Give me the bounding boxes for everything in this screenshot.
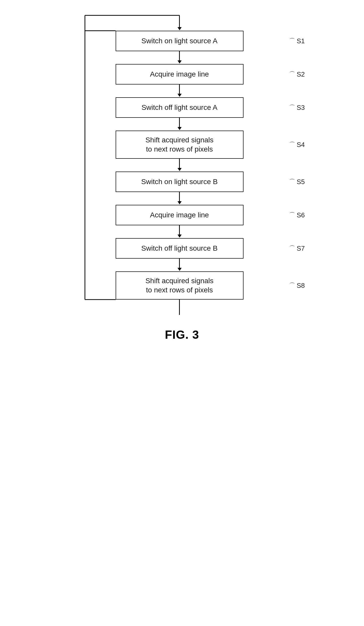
step-ref-s5: ⌒ S5 [289, 178, 305, 186]
step-row-s8: Shift acquired signalsto next rows of pi… [116, 271, 282, 300]
step-box-s1: Switch on light source A [116, 31, 244, 51]
step-ref-s1: ⌒ S1 [289, 37, 305, 45]
step-box-s8: Shift acquired signalsto next rows of pi… [116, 271, 244, 300]
arrow-s3-s4 [116, 118, 244, 131]
squiggle-s1: ⌒ [289, 37, 295, 45]
step-box-s3: Switch off light source A [116, 97, 244, 118]
step-row-s2: Acquire image line ⌒ S2 [116, 64, 282, 84]
squiggle-s2: ⌒ [289, 70, 295, 78]
squiggle-s5: ⌒ [289, 178, 295, 186]
step-label-s6: Acquire image line [150, 210, 209, 220]
step-row-s5: Switch on light source B ⌒ S5 [116, 172, 282, 192]
step-row-s1: Switch on light source A ⌒ S1 [116, 31, 282, 51]
squiggle-s8: ⌒ [289, 281, 295, 290]
squiggle-s4: ⌒ [289, 141, 295, 149]
step-row-s4: Shift acquired signalsto next rows of pi… [116, 131, 282, 159]
arrow-s6-s7 [116, 225, 244, 238]
step-ref-s6: ⌒ S6 [289, 211, 305, 219]
step-ref-s4: ⌒ S4 [289, 141, 305, 149]
squiggle-s3: ⌒ [289, 103, 295, 112]
step-label-s8: Shift acquired signalsto next rows of pi… [145, 276, 213, 295]
arrow-s1-s2 [116, 51, 244, 64]
step-label-s4: Shift acquired signalsto next rows of pi… [145, 135, 213, 154]
squiggle-s6: ⌒ [289, 211, 295, 219]
step-ref-s2: ⌒ S2 [289, 70, 305, 78]
step-box-s5: Switch on light source B [116, 172, 244, 192]
step-label-s3: Switch off light source A [141, 103, 217, 112]
step-ref-s8: ⌒ S8 [289, 281, 305, 290]
step-label-s2: Acquire image line [150, 70, 209, 79]
bottom-continuation-line [116, 300, 244, 315]
flowchart: Switch on light source A ⌒ S1 Acquire im… [116, 15, 282, 315]
figure-label: FIG. 3 [165, 328, 199, 342]
step-row-s7: Switch off light source B ⌒ S7 [116, 238, 282, 259]
step-box-s7: Switch off light source B [116, 238, 244, 259]
arrow-s7-s8 [116, 259, 244, 271]
step-label-s5: Switch on light source B [141, 177, 218, 186]
step-box-s6: Acquire image line [116, 205, 244, 225]
step-label-s7: Switch off light source B [141, 244, 217, 253]
step-label-s1: Switch on light source A [141, 36, 217, 46]
arrow-s4-s5 [116, 159, 244, 172]
step-ref-s7: ⌒ S7 [289, 244, 305, 252]
diagram-container: Switch on light source A ⌒ S1 Acquire im… [82, 15, 282, 315]
arrow-s5-s6 [116, 192, 244, 205]
top-entry-arrow [116, 15, 244, 31]
step-box-s4: Shift acquired signalsto next rows of pi… [116, 131, 244, 159]
step-row-s6: Acquire image line ⌒ S6 [116, 205, 282, 225]
step-ref-s3: ⌒ S3 [289, 103, 305, 112]
step-box-s2: Acquire image line [116, 64, 244, 84]
arrow-s2-s3 [116, 84, 244, 97]
squiggle-s7: ⌒ [289, 244, 295, 252]
step-row-s3: Switch off light source A ⌒ S3 [116, 97, 282, 118]
